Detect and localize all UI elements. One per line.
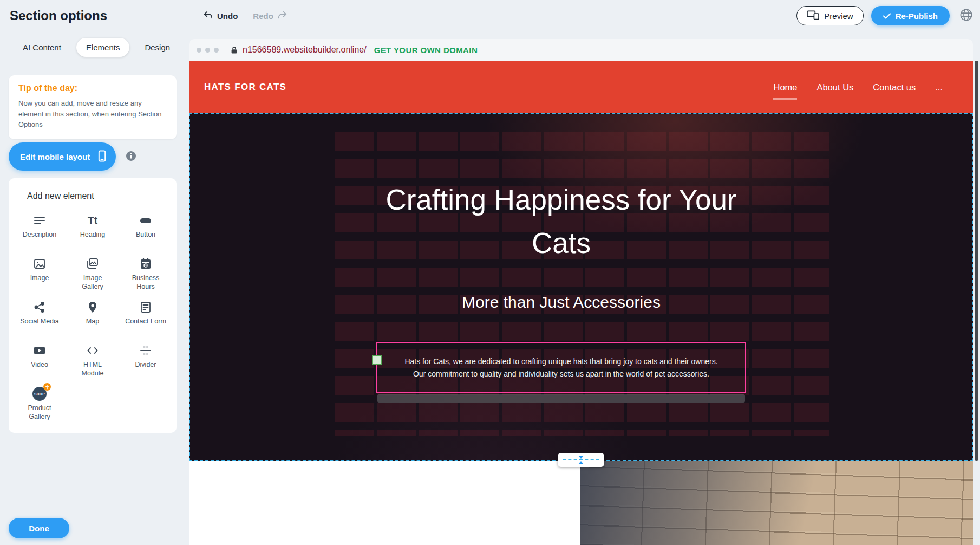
tip-body: Now you can add, move and resize any ele… — [18, 98, 167, 130]
element-social-media[interactable]: Social Media — [13, 295, 66, 339]
sidebar-divider — [9, 502, 174, 502]
browser-chrome-bar: n1566589.websitebuilder.online/ GET YOUR… — [189, 39, 973, 61]
hero-section-selected[interactable]: Crafting Happiness for Your Cats More th… — [189, 113, 973, 461]
hero-paragraph-line: Our commitment to quality and individual… — [413, 369, 709, 378]
element-divider[interactable]: Divider — [119, 339, 172, 382]
element-contact-form[interactable]: Contact Form — [119, 295, 172, 339]
tab-elements[interactable]: Elements — [76, 38, 130, 57]
tip-title: Tip of the day: — [18, 83, 167, 93]
mobile-layout-row: Edit mobile layout — [9, 142, 137, 171]
paragraph-element-selected[interactable]: Hats for Cats, we are dedicated to craft… — [376, 342, 746, 393]
get-domain-link[interactable]: GET YOUR OWN DOMAIN — [374, 46, 478, 55]
element-button[interactable]: Button — [119, 209, 172, 252]
preview-label: Preview — [824, 11, 853, 21]
business-hours-icon — [139, 256, 152, 271]
redo-label: Redo — [253, 11, 273, 21]
arrow-up-icon — [578, 461, 584, 464]
info-button[interactable] — [125, 151, 137, 163]
sidebar-tabs: AI Content Elements Design — [13, 38, 180, 57]
image-gallery-icon — [86, 256, 99, 271]
nav-contact-us[interactable]: Contact us — [873, 82, 916, 92]
arrow-down-icon — [578, 456, 584, 459]
redo-button[interactable]: Redo — [253, 11, 288, 21]
tile-floor-photo — [580, 461, 973, 545]
element-map[interactable]: Map — [66, 295, 119, 339]
check-icon — [883, 11, 891, 21]
info-icon — [126, 151, 136, 163]
done-button[interactable]: Done — [9, 518, 69, 538]
element-description[interactable]: Description — [13, 209, 66, 252]
nav-home[interactable]: Home — [773, 82, 797, 92]
element-image-gallery[interactable]: Image Gallery — [66, 252, 119, 295]
element-html-module[interactable]: HTML Module — [66, 339, 119, 382]
element-heading[interactable]: Tt Heading — [66, 209, 119, 252]
undo-icon — [203, 11, 213, 21]
edit-mobile-layout-button[interactable]: Edit mobile layout — [9, 142, 116, 171]
undo-button[interactable]: Undo — [203, 11, 238, 21]
scrollbar-thumb[interactable] — [975, 61, 978, 461]
edit-mobile-label: Edit mobile layout — [20, 152, 90, 161]
hero-paragraph-line: Hats for Cats, we are dedicated to craft… — [404, 357, 717, 366]
element-grid: Description Tt Heading Button Ima — [13, 209, 172, 425]
tip-card: Tip of the day: Now you can add, move an… — [9, 75, 177, 139]
add-element-panel: Add new element Description Tt Heading — [9, 178, 177, 433]
topbar-actions: Preview Re-Publish — [796, 0, 975, 31]
upgrade-badge-icon — [43, 383, 51, 391]
site-nav: Home About Us Contact us ... — [773, 82, 943, 92]
site-header[interactable]: HATS FOR CATS Home About Us Contact us .… — [189, 61, 973, 113]
add-element-title: Add new element — [13, 191, 172, 201]
next-section — [189, 461, 973, 545]
video-icon — [33, 343, 46, 358]
contact-form-icon — [139, 300, 152, 315]
phone-icon — [97, 150, 107, 164]
resize-handle-left[interactable] — [372, 355, 382, 365]
site-preview-area: n1566589.websitebuilder.online/ GET YOUR… — [189, 31, 973, 545]
devices-icon — [807, 10, 819, 22]
element-image[interactable]: Image — [13, 252, 66, 295]
site-url: n1566589.websitebuilder.online/ — [243, 45, 367, 55]
element-product-gallery[interactable]: SHOP Product Gallery — [13, 382, 66, 425]
tab-design[interactable]: Design — [135, 38, 180, 57]
element-business-hours[interactable]: Business Hours — [119, 252, 172, 295]
topbar: Section options Undo Redo Preview — [0, 0, 980, 31]
section-height-resize-handle[interactable] — [558, 453, 604, 467]
window-dots-icon — [197, 48, 219, 53]
sidebar: AI Content Elements Design Tip of the da… — [0, 31, 188, 545]
nav-about-us[interactable]: About Us — [816, 82, 853, 92]
image-icon — [33, 256, 46, 271]
hero-subheading[interactable]: More than Just Accessories — [376, 293, 746, 312]
hero-heading[interactable]: Crafting Happiness for Your Cats — [383, 178, 740, 265]
button-icon — [139, 213, 152, 228]
undo-label: Undo — [217, 11, 238, 21]
hero-content-column: Crafting Happiness for Your Cats More th… — [376, 114, 746, 460]
page-title: Section options — [10, 8, 107, 23]
description-icon — [33, 213, 46, 228]
element-video[interactable]: Video — [13, 339, 66, 382]
language-button[interactable] — [957, 7, 975, 24]
lock-icon — [231, 46, 238, 54]
site-logo[interactable]: HATS FOR CATS — [204, 82, 286, 93]
social-media-icon — [33, 300, 46, 315]
dashed-line — [563, 459, 599, 460]
history-controls: Undo Redo — [203, 0, 288, 31]
republish-label: Re-Publish — [896, 11, 938, 21]
republish-button[interactable]: Re-Publish — [871, 6, 950, 25]
product-gallery-icon: SHOP — [32, 386, 47, 401]
website-canvas: HATS FOR CATS Home About Us Contact us .… — [189, 61, 973, 545]
element-shadow-bar — [377, 394, 745, 403]
heading-icon: Tt — [88, 213, 97, 228]
redo-icon — [278, 11, 288, 21]
html-module-icon — [86, 343, 99, 358]
nav-more[interactable]: ... — [935, 82, 943, 92]
map-icon — [86, 300, 99, 315]
app-root: Section options Undo Redo Preview — [0, 0, 980, 545]
globe-icon — [959, 8, 974, 24]
divider-icon — [139, 343, 152, 358]
tab-ai-content[interactable]: AI Content — [13, 38, 71, 57]
preview-button[interactable]: Preview — [796, 6, 863, 25]
